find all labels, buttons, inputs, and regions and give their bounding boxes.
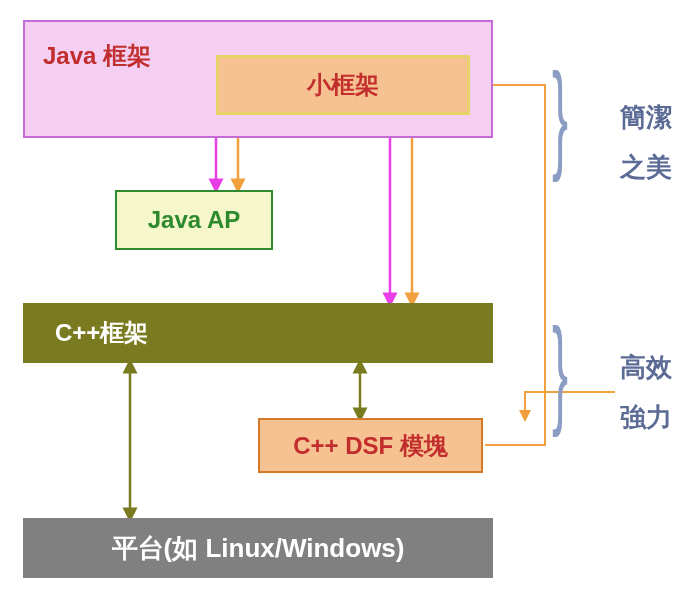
java-ap-label: Java AP — [148, 206, 241, 234]
anno-to-dsf — [525, 392, 615, 416]
brace-bottom-icon: } — [552, 310, 568, 430]
annotation-efficient-1: 高效 — [620, 350, 672, 385]
annotation-simple-2: 之美 — [620, 150, 672, 185]
platform-box: 平台(如 Linux/Windows) — [23, 518, 493, 578]
platform-label: 平台(如 Linux/Windows) — [112, 531, 405, 566]
cpp-dsf-label: C++ DSF 模塊 — [293, 430, 448, 462]
java-ap-box: Java AP — [115, 190, 273, 250]
cpp-framework-label: C++框架 — [55, 317, 148, 349]
annotation-simple-1: 簡潔 — [620, 100, 672, 135]
java-framework-label: Java 框架 — [43, 40, 151, 72]
small-framework-label: 小框架 — [307, 69, 379, 101]
cpp-dsf-box: C++ DSF 模塊 — [258, 418, 483, 473]
small-framework-box: 小框架 — [216, 55, 470, 115]
cpp-framework-box: C++框架 — [23, 303, 493, 363]
annotation-efficient-2: 強力 — [620, 400, 672, 435]
brace-top-icon: } — [552, 55, 568, 175]
